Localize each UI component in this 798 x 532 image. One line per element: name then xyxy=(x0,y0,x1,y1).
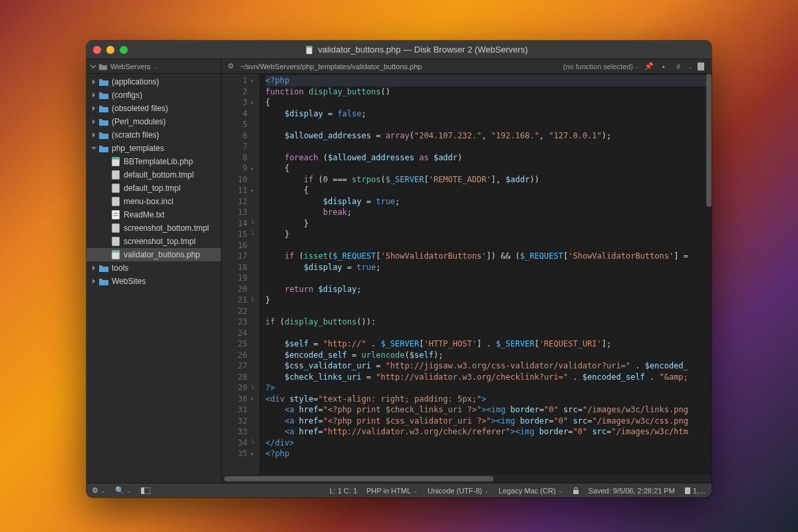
cursor-position[interactable]: L: 1 C: 1 xyxy=(329,487,357,495)
disclosure-triangle[interactable] xyxy=(90,145,97,152)
gutter-line[interactable]: 12 xyxy=(221,196,259,207)
code-line[interactable] xyxy=(265,240,712,251)
code-line[interactable]: $self = "http://" . $_SERVER['HTTP_HOST'… xyxy=(265,338,712,350)
gutter-line[interactable]: 16 xyxy=(221,240,259,251)
sidebar-toggle-icon[interactable] xyxy=(141,487,150,494)
code-line[interactable]: { xyxy=(265,163,712,174)
scrollbar-thumb[interactable] xyxy=(224,476,493,481)
gutter-line[interactable]: 26 xyxy=(221,350,259,361)
gutter-line[interactable]: 28 xyxy=(221,372,259,383)
fold-indicator[interactable]: ▾ xyxy=(247,187,257,194)
code-line[interactable]: $check_links_uri = "http://validator.w3.… xyxy=(265,372,712,383)
file-item[interactable]: default_top.tmpl xyxy=(86,182,221,195)
code-line[interactable] xyxy=(265,119,712,130)
code-line[interactable]: <a href="<?php print $check_links_uri ?>… xyxy=(265,404,712,416)
code-line[interactable]: <div style="text-align: right; padding: … xyxy=(265,394,712,405)
file-path[interactable]: ~/svn/WebServers/php_templates/validator… xyxy=(240,63,559,70)
file-browser-sidebar[interactable]: (applications)(configs)(obsoleted files)… xyxy=(86,74,221,483)
disclosure-triangle[interactable] xyxy=(90,105,97,112)
pin-icon[interactable]: 📌 xyxy=(644,62,654,70)
file-item[interactable]: default_bottom.tmpl xyxy=(86,168,221,182)
folder-item[interactable]: (obsoleted files) xyxy=(86,102,221,115)
disclosure-triangle[interactable] xyxy=(101,158,108,165)
project-selector[interactable]: WebServers ⌄ xyxy=(86,59,221,73)
code-line[interactable] xyxy=(265,273,712,284)
code-line[interactable]: { xyxy=(265,97,712,108)
gutter-line[interactable]: 1▾ xyxy=(221,75,259,86)
code-line[interactable]: </div> xyxy=(265,438,712,449)
fold-indicator[interactable]: ▾ xyxy=(247,450,257,458)
gutter-line[interactable]: 11▾ xyxy=(221,185,259,196)
disclosure-triangle[interactable] xyxy=(101,198,108,205)
search-icon[interactable]: 🔍 ⌄ xyxy=(115,486,132,495)
gutter-line[interactable]: 4 xyxy=(221,108,259,120)
gutter-line[interactable]: 13 xyxy=(221,207,259,218)
disclosure-triangle[interactable] xyxy=(90,92,97,98)
fold-indicator[interactable]: ▾ xyxy=(247,77,257,84)
folder-item[interactable]: (configs) xyxy=(86,88,221,102)
file-item[interactable]: ReadMe.txt xyxy=(86,208,221,221)
code-line[interactable]: <?php xyxy=(265,448,712,460)
gutter-line[interactable]: 5 xyxy=(221,119,259,130)
code-line[interactable]: } xyxy=(265,295,712,306)
encoding-selector[interactable]: Unicode (UTF-8) ⌄ xyxy=(428,487,489,495)
gutter-line[interactable]: 8 xyxy=(221,152,259,164)
code-line[interactable]: $display = true; xyxy=(265,262,712,273)
language-selector[interactable]: PHP in HTML ⌄ xyxy=(366,487,418,495)
vertical-scrollbar[interactable] xyxy=(706,74,712,207)
fold-indicator[interactable]: └ xyxy=(247,384,257,392)
disclosure-triangle[interactable] xyxy=(101,251,108,258)
disclosure-triangle[interactable] xyxy=(90,265,97,271)
folder-item[interactable]: tools xyxy=(86,261,221,275)
file-item[interactable]: BBTemplateLib.php xyxy=(86,155,221,168)
code-line[interactable]: $display = false; xyxy=(265,108,712,120)
code-line[interactable]: return $display; xyxy=(265,284,712,295)
code-line[interactable]: $encoded_self = urlencode($self); xyxy=(265,350,712,361)
code-line[interactable]: if (display_buttons()): xyxy=(265,317,712,328)
code-line[interactable]: foreach ($allowed_addresses as $addr) xyxy=(265,152,712,164)
gutter-line[interactable]: 32 xyxy=(221,416,259,427)
fold-indicator[interactable]: ▾ xyxy=(247,165,257,172)
code-line[interactable]: ?> xyxy=(265,382,712,394)
fold-indicator[interactable]: └ xyxy=(247,219,257,227)
gutter-line[interactable]: 7 xyxy=(221,141,259,152)
disclosure-triangle[interactable] xyxy=(101,238,108,245)
gutter-line[interactable]: 9▾ xyxy=(221,163,259,174)
minimize-button[interactable] xyxy=(106,46,114,54)
gutter-line[interactable]: 29└ xyxy=(221,382,259,394)
gutter-line[interactable]: 17 xyxy=(221,251,259,262)
folder-item[interactable]: php_templates xyxy=(86,142,221,155)
gutter-line[interactable]: 20 xyxy=(221,284,259,295)
gutter-line[interactable]: 22 xyxy=(221,306,259,317)
file-item[interactable]: screenshot_bottom.tmpl xyxy=(86,221,221,235)
folder-item[interactable]: (scratch files) xyxy=(86,128,221,142)
disclosure-triangle[interactable] xyxy=(101,185,108,192)
folder-item[interactable]: (Perl_modules) xyxy=(86,115,221,128)
gutter-line[interactable]: 34└ xyxy=(221,438,259,449)
gutter-line[interactable]: 33 xyxy=(221,426,259,438)
code-line[interactable]: $allowed_addresses = array("204.107.232.… xyxy=(265,130,712,142)
line-endings-selector[interactable]: Legacy Mac (CR) ⌄ xyxy=(499,487,563,495)
code-line[interactable]: <a href="<?php print $css_validator_uri … xyxy=(265,416,712,427)
code-line[interactable]: { xyxy=(265,185,712,196)
settings-icon[interactable]: ⚙ ⌄ xyxy=(92,486,106,495)
gutter[interactable]: 1▾23▾456789▾1011▾121314└15└161718192021└… xyxy=(221,74,260,475)
gutter-line[interactable]: 14└ xyxy=(221,218,259,229)
fold-indicator[interactable]: └ xyxy=(247,231,257,238)
gutter-line[interactable]: 6 xyxy=(221,130,259,142)
counterparts-icon[interactable]: ▪ xyxy=(658,63,669,70)
close-button[interactable] xyxy=(93,46,101,54)
folder-item[interactable]: WebSites xyxy=(86,275,221,288)
file-item[interactable]: screenshot_top.tmpl xyxy=(86,235,221,248)
disclosure-triangle[interactable] xyxy=(101,172,108,178)
fold-indicator[interactable]: ▾ xyxy=(247,395,257,402)
code-line[interactable]: <?php xyxy=(265,75,712,86)
disclosure-triangle[interactable] xyxy=(90,118,97,125)
disclosure-triangle[interactable] xyxy=(90,132,97,138)
gutter-line[interactable]: 15└ xyxy=(221,229,259,240)
gutter-line[interactable]: 35▾ xyxy=(221,448,259,460)
code-line[interactable]: break; xyxy=(265,207,712,218)
gutter-line[interactable]: 31 xyxy=(221,404,259,416)
markers-icon[interactable]: # xyxy=(673,63,684,70)
code-editor[interactable]: <?phpfunction display_buttons(){ $displa… xyxy=(260,74,712,475)
